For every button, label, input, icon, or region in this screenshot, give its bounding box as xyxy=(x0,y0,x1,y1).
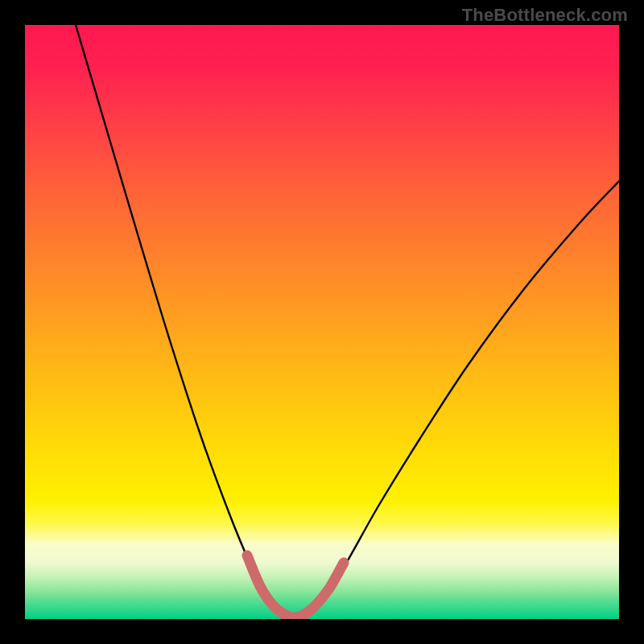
gradient-background xyxy=(25,25,619,619)
plot-area xyxy=(25,25,619,619)
watermark-text: TheBottleneck.com xyxy=(462,5,628,26)
bottleneck-chart-svg xyxy=(25,25,619,619)
chart-frame: TheBottleneck.com xyxy=(0,0,644,644)
